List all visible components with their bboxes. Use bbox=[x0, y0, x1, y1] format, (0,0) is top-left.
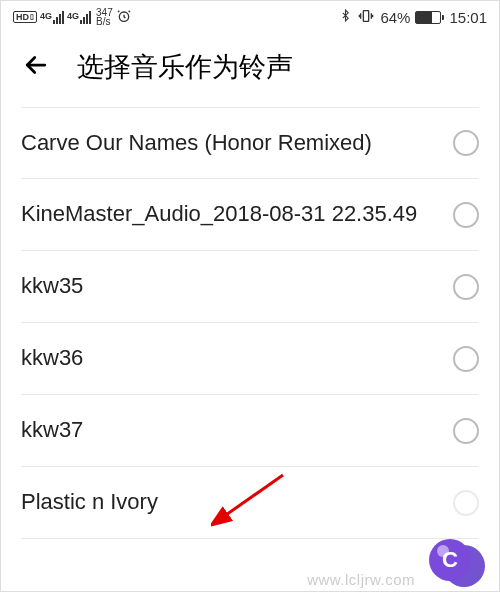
alarm-icon bbox=[116, 8, 132, 27]
list-item-label: Plastic n Ivory bbox=[21, 488, 433, 517]
list-item[interactable]: Carve Our Names (Honor Remixed) bbox=[21, 107, 479, 179]
page-title: 选择音乐作为铃声 bbox=[77, 49, 293, 85]
radio-icon[interactable] bbox=[453, 274, 479, 300]
sim1-signal-icon: 4G bbox=[40, 11, 64, 24]
list-item[interactable]: KineMaster_Audio_2018-08-31 22.35.49 bbox=[21, 179, 479, 251]
network-speed: 347 B/s bbox=[96, 8, 113, 26]
watermark-logo-icon: C bbox=[419, 537, 485, 589]
list-item-label: Carve Our Names (Honor Remixed) bbox=[21, 129, 433, 158]
radio-icon[interactable] bbox=[453, 490, 479, 516]
status-bar: HD▯ 4G 4G 347 B/s bbox=[1, 1, 499, 33]
music-list: Carve Our Names (Honor Remixed) KineMast… bbox=[1, 107, 499, 539]
hd-icon: HD▯ bbox=[13, 11, 37, 23]
list-item[interactable]: kkw35 bbox=[21, 251, 479, 323]
radio-icon[interactable] bbox=[453, 130, 479, 156]
clock-time: 15:01 bbox=[449, 9, 487, 26]
battery-icon bbox=[415, 11, 441, 24]
bluetooth-icon bbox=[339, 7, 352, 27]
watermark-url: www.lcljrw.com bbox=[307, 571, 415, 588]
back-arrow-icon[interactable] bbox=[21, 50, 51, 84]
battery-percent: 64% bbox=[380, 9, 410, 26]
list-item[interactable]: kkw36 bbox=[21, 323, 479, 395]
list-item[interactable]: kkw37 bbox=[21, 395, 479, 467]
radio-icon[interactable] bbox=[453, 418, 479, 444]
svg-rect-1 bbox=[364, 10, 369, 21]
radio-icon[interactable] bbox=[453, 346, 479, 372]
list-item-label: kkw37 bbox=[21, 416, 433, 445]
header: 选择音乐作为铃声 bbox=[1, 33, 499, 107]
list-item-label: KineMaster_Audio_2018-08-31 22.35.49 bbox=[21, 200, 433, 229]
list-item[interactable]: Plastic n Ivory bbox=[21, 467, 479, 539]
sim2-signal-icon: 4G bbox=[67, 11, 91, 24]
vibrate-icon bbox=[357, 8, 375, 27]
list-item-label: kkw36 bbox=[21, 344, 433, 373]
list-item-label: kkw35 bbox=[21, 272, 433, 301]
radio-icon[interactable] bbox=[453, 202, 479, 228]
